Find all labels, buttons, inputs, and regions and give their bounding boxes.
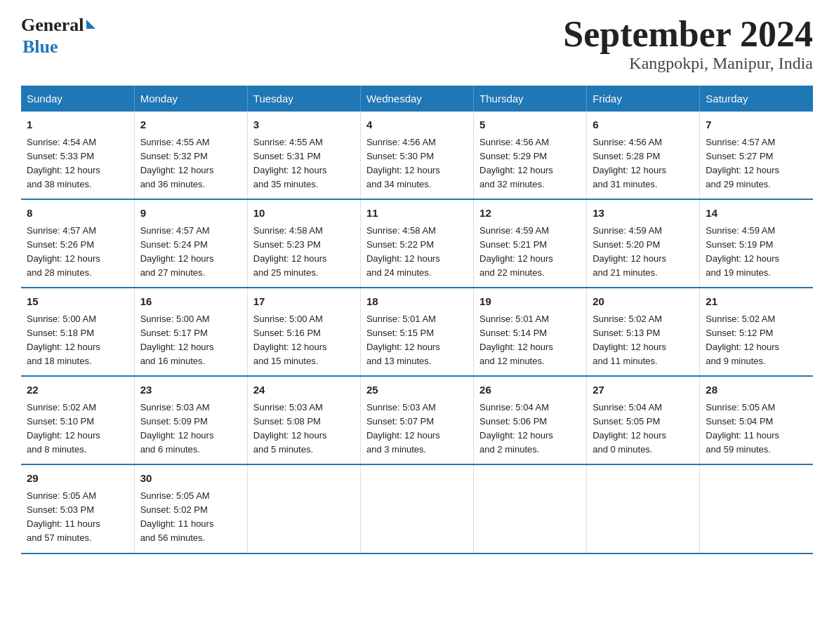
calendar-title: September 2024 bbox=[563, 14, 813, 54]
logo: General Blue bbox=[21, 14, 95, 58]
day-number: 10 bbox=[253, 206, 355, 222]
day-info: Sunrise: 4:55 AM Sunset: 5:32 PM Dayligh… bbox=[140, 135, 241, 192]
day-info: Sunrise: 4:56 AM Sunset: 5:30 PM Dayligh… bbox=[366, 135, 468, 192]
day-number: 16 bbox=[140, 294, 241, 310]
day-number: 15 bbox=[27, 294, 128, 310]
week-row-5: 29Sunrise: 5:05 AM Sunset: 5:03 PM Dayli… bbox=[21, 464, 813, 553]
calendar-cell: 5Sunrise: 4:56 AM Sunset: 5:29 PM Daylig… bbox=[474, 112, 587, 199]
day-number: 6 bbox=[593, 117, 694, 133]
day-number: 8 bbox=[27, 206, 128, 222]
calendar-cell: 15Sunrise: 5:00 AM Sunset: 5:18 PM Dayli… bbox=[21, 288, 134, 376]
day-info: Sunrise: 5:05 AM Sunset: 5:04 PM Dayligh… bbox=[706, 401, 807, 457]
day-info: Sunrise: 4:56 AM Sunset: 5:29 PM Dayligh… bbox=[479, 135, 581, 192]
col-wednesday: Wednesday bbox=[360, 86, 473, 112]
calendar-cell: 22Sunrise: 5:02 AM Sunset: 5:10 PM Dayli… bbox=[21, 376, 134, 464]
calendar-cell bbox=[700, 464, 813, 553]
calendar-cell: 6Sunrise: 4:56 AM Sunset: 5:28 PM Daylig… bbox=[587, 112, 700, 199]
calendar-cell: 27Sunrise: 5:04 AM Sunset: 5:05 PM Dayli… bbox=[587, 376, 700, 464]
calendar-table: Sunday Monday Tuesday Wednesday Thursday… bbox=[21, 86, 813, 554]
day-number: 25 bbox=[366, 382, 468, 398]
calendar-cell: 7Sunrise: 4:57 AM Sunset: 5:27 PM Daylig… bbox=[700, 112, 813, 199]
week-row-4: 22Sunrise: 5:02 AM Sunset: 5:10 PM Dayli… bbox=[21, 376, 813, 464]
day-info: Sunrise: 5:01 AM Sunset: 5:14 PM Dayligh… bbox=[479, 312, 581, 369]
logo-general: General bbox=[21, 15, 84, 35]
day-number: 2 bbox=[140, 117, 241, 133]
day-info: Sunrise: 4:56 AM Sunset: 5:28 PM Dayligh… bbox=[593, 135, 694, 192]
day-info: Sunrise: 4:59 AM Sunset: 5:19 PM Dayligh… bbox=[706, 224, 807, 281]
day-number: 11 bbox=[366, 206, 468, 222]
day-number: 13 bbox=[593, 206, 694, 222]
day-info: Sunrise: 4:55 AM Sunset: 5:31 PM Dayligh… bbox=[253, 135, 355, 192]
day-number: 9 bbox=[140, 206, 241, 222]
calendar-cell: 4Sunrise: 4:56 AM Sunset: 5:30 PM Daylig… bbox=[360, 112, 473, 199]
day-info: Sunrise: 5:03 AM Sunset: 5:09 PM Dayligh… bbox=[140, 401, 241, 457]
calendar-cell: 21Sunrise: 5:02 AM Sunset: 5:12 PM Dayli… bbox=[700, 288, 813, 376]
day-number: 1 bbox=[27, 117, 128, 133]
day-info: Sunrise: 4:54 AM Sunset: 5:33 PM Dayligh… bbox=[27, 135, 128, 192]
calendar-cell: 30Sunrise: 5:05 AM Sunset: 5:02 PM Dayli… bbox=[134, 464, 247, 553]
logo-blue: Blue bbox=[22, 36, 58, 57]
day-info: Sunrise: 5:02 AM Sunset: 5:13 PM Dayligh… bbox=[593, 312, 694, 369]
day-info: Sunrise: 4:57 AM Sunset: 5:27 PM Dayligh… bbox=[706, 135, 807, 192]
day-number: 28 bbox=[706, 382, 807, 398]
day-number: 19 bbox=[479, 294, 581, 310]
col-tuesday: Tuesday bbox=[247, 86, 360, 112]
day-info: Sunrise: 5:00 AM Sunset: 5:16 PM Dayligh… bbox=[253, 312, 355, 369]
calendar-cell: 24Sunrise: 5:03 AM Sunset: 5:08 PM Dayli… bbox=[247, 376, 360, 464]
calendar-cell: 8Sunrise: 4:57 AM Sunset: 5:26 PM Daylig… bbox=[21, 199, 134, 288]
title-block: September 2024 Kangpokpi, Manipur, India bbox=[563, 14, 813, 73]
day-number: 26 bbox=[479, 382, 581, 398]
calendar-cell: 13Sunrise: 4:59 AM Sunset: 5:20 PM Dayli… bbox=[587, 199, 700, 288]
calendar-cell: 2Sunrise: 4:55 AM Sunset: 5:32 PM Daylig… bbox=[134, 112, 247, 199]
day-number: 14 bbox=[706, 206, 807, 222]
calendar-cell: 28Sunrise: 5:05 AM Sunset: 5:04 PM Dayli… bbox=[700, 376, 813, 464]
day-number: 7 bbox=[706, 117, 807, 133]
calendar-cell bbox=[360, 464, 473, 553]
calendar-cell: 25Sunrise: 5:03 AM Sunset: 5:07 PM Dayli… bbox=[360, 376, 473, 464]
day-number: 4 bbox=[366, 117, 468, 133]
calendar-cell: 26Sunrise: 5:04 AM Sunset: 5:06 PM Dayli… bbox=[474, 376, 587, 464]
day-info: Sunrise: 5:02 AM Sunset: 5:10 PM Dayligh… bbox=[27, 401, 128, 457]
calendar-cell bbox=[247, 464, 360, 553]
logo-triangle-icon bbox=[86, 20, 95, 29]
week-row-2: 8Sunrise: 4:57 AM Sunset: 5:26 PM Daylig… bbox=[21, 199, 813, 288]
day-number: 29 bbox=[27, 471, 128, 487]
week-row-3: 15Sunrise: 5:00 AM Sunset: 5:18 PM Dayli… bbox=[21, 288, 813, 376]
calendar-cell: 18Sunrise: 5:01 AM Sunset: 5:15 PM Dayli… bbox=[360, 288, 473, 376]
day-info: Sunrise: 5:03 AM Sunset: 5:07 PM Dayligh… bbox=[366, 401, 468, 457]
day-number: 30 bbox=[140, 471, 241, 487]
day-number: 17 bbox=[253, 294, 355, 310]
day-info: Sunrise: 4:59 AM Sunset: 5:21 PM Dayligh… bbox=[479, 224, 581, 281]
col-monday: Monday bbox=[134, 86, 247, 112]
day-info: Sunrise: 5:05 AM Sunset: 5:02 PM Dayligh… bbox=[140, 489, 241, 546]
calendar-cell: 10Sunrise: 4:58 AM Sunset: 5:23 PM Dayli… bbox=[247, 199, 360, 288]
calendar-cell: 11Sunrise: 4:58 AM Sunset: 5:22 PM Dayli… bbox=[360, 199, 473, 288]
calendar-cell: 29Sunrise: 5:05 AM Sunset: 5:03 PM Dayli… bbox=[21, 464, 134, 553]
calendar-cell: 12Sunrise: 4:59 AM Sunset: 5:21 PM Dayli… bbox=[474, 199, 587, 288]
day-number: 27 bbox=[593, 382, 694, 398]
day-info: Sunrise: 4:57 AM Sunset: 5:24 PM Dayligh… bbox=[140, 224, 241, 281]
day-number: 18 bbox=[366, 294, 468, 310]
day-info: Sunrise: 4:58 AM Sunset: 5:22 PM Dayligh… bbox=[366, 224, 468, 281]
day-info: Sunrise: 4:58 AM Sunset: 5:23 PM Dayligh… bbox=[253, 224, 355, 281]
col-thursday: Thursday bbox=[474, 86, 587, 112]
day-info: Sunrise: 4:57 AM Sunset: 5:26 PM Dayligh… bbox=[27, 224, 128, 281]
calendar-cell: 23Sunrise: 5:03 AM Sunset: 5:09 PM Dayli… bbox=[134, 376, 247, 464]
col-friday: Friday bbox=[587, 86, 700, 112]
calendar-cell bbox=[587, 464, 700, 553]
day-info: Sunrise: 5:04 AM Sunset: 5:05 PM Dayligh… bbox=[593, 401, 694, 457]
col-saturday: Saturday bbox=[700, 86, 813, 112]
day-info: Sunrise: 5:03 AM Sunset: 5:08 PM Dayligh… bbox=[253, 401, 355, 457]
calendar-cell: 20Sunrise: 5:02 AM Sunset: 5:13 PM Dayli… bbox=[587, 288, 700, 376]
day-info: Sunrise: 5:04 AM Sunset: 5:06 PM Dayligh… bbox=[479, 401, 581, 457]
calendar-cell: 19Sunrise: 5:01 AM Sunset: 5:14 PM Dayli… bbox=[474, 288, 587, 376]
day-number: 12 bbox=[479, 206, 581, 222]
calendar-cell: 3Sunrise: 4:55 AM Sunset: 5:31 PM Daylig… bbox=[247, 112, 360, 199]
day-number: 5 bbox=[479, 117, 581, 133]
calendar-cell: 14Sunrise: 4:59 AM Sunset: 5:19 PM Dayli… bbox=[700, 199, 813, 288]
day-info: Sunrise: 5:00 AM Sunset: 5:17 PM Dayligh… bbox=[140, 312, 241, 369]
day-number: 24 bbox=[253, 382, 355, 398]
day-number: 23 bbox=[140, 382, 241, 398]
calendar-cell: 1Sunrise: 4:54 AM Sunset: 5:33 PM Daylig… bbox=[21, 112, 134, 199]
day-number: 3 bbox=[253, 117, 355, 133]
